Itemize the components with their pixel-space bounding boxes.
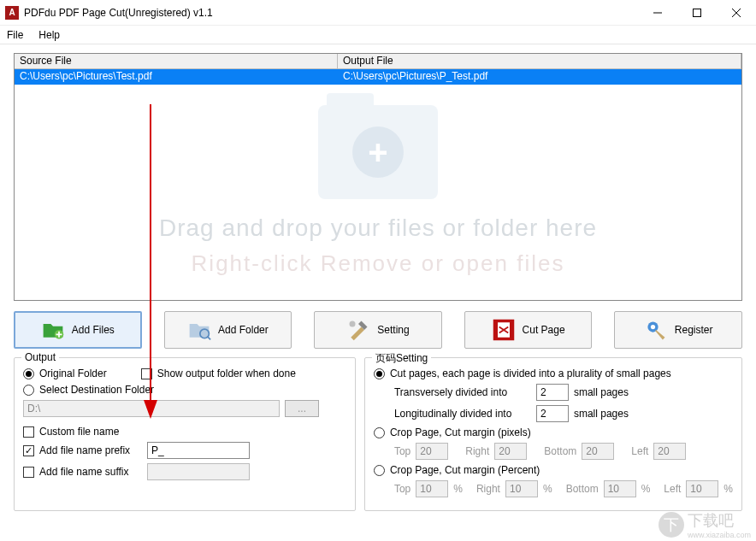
custom-name-checkbox[interactable]: [23, 426, 34, 438]
prefix-checkbox[interactable]: [23, 445, 34, 456]
add-files-icon: [41, 318, 65, 342]
cut-page-label: Cut Page: [523, 324, 565, 336]
suffix-input[interactable]: [147, 463, 250, 480]
px-left-label: Left: [631, 445, 648, 457]
menu-help[interactable]: Help: [38, 29, 60, 41]
col-source[interactable]: Source File: [15, 54, 338, 68]
small-pages-label-1: small pages: [574, 386, 629, 398]
watermark: 下 下载吧 www.xiazaiba.com: [659, 510, 751, 539]
file-row[interactable]: C:\Users\pc\Pictures\Test.pdf C:\Users\p…: [15, 69, 741, 85]
show-output-checkbox[interactable]: [141, 368, 152, 379]
cell-output: C:\Users\pc\Pictures\P_Test.pdf: [338, 69, 741, 85]
pc-top-label: Top: [394, 483, 410, 495]
add-folder-icon: [187, 318, 211, 342]
original-folder-radio[interactable]: [23, 368, 34, 379]
show-output-label: Show output folder when done: [157, 368, 296, 379]
minimize-button[interactable]: [638, 0, 677, 26]
pc-top-input[interactable]: [416, 480, 448, 497]
toolbar: Add Files Add Folder Setting Cut Page Re…: [14, 311, 742, 349]
watermark-sub: www.xiazaiba.com: [688, 531, 751, 539]
px-left-input[interactable]: [653, 443, 686, 460]
cut-pages-label: Cut pages, each page is divided into a p…: [390, 368, 671, 379]
setting-label: Setting: [377, 324, 409, 336]
pc-left-label: Left: [664, 483, 681, 495]
pct-1: %: [453, 483, 463, 495]
original-folder-label: Original Folder: [39, 368, 107, 379]
custom-name-label: Custom file name: [39, 426, 119, 438]
register-label: Register: [675, 324, 713, 336]
svg-point-7: [350, 321, 356, 327]
window-title: PDFdu PDF Page Cut(Unregistered) v1.1: [24, 7, 638, 19]
suffix-checkbox[interactable]: [23, 467, 34, 478]
svg-point-10: [651, 325, 655, 329]
px-right-input[interactable]: [494, 443, 527, 460]
small-pages-label-2: small pages: [574, 408, 629, 420]
output-group: Output Original Folder Show output folde…: [14, 357, 356, 511]
menu-file[interactable]: File: [7, 29, 23, 41]
page-legend: 页码Setting: [372, 351, 431, 366]
output-legend: Output: [21, 351, 59, 363]
drop-line2: Right-click Remove or open files: [15, 250, 741, 277]
prefix-input[interactable]: [147, 442, 250, 459]
cut-page-button[interactable]: Cut Page: [464, 311, 593, 349]
crop-percent-radio[interactable]: [374, 465, 385, 476]
transverse-input[interactable]: [536, 384, 569, 401]
cut-pages-radio[interactable]: [374, 368, 385, 379]
close-button[interactable]: [717, 0, 756, 26]
transverse-label: Transversely divided into: [394, 386, 531, 398]
pc-bottom-label: Bottom: [566, 483, 599, 495]
setting-icon: [346, 318, 370, 342]
add-folder-label: Add Folder: [218, 324, 269, 336]
pc-bottom-input[interactable]: [604, 480, 636, 497]
px-bottom-input[interactable]: [582, 443, 614, 460]
watermark-text: 下载吧: [688, 510, 751, 531]
add-files-button[interactable]: Add Files: [14, 311, 142, 349]
register-icon: [644, 318, 668, 342]
folder-plus-icon: +: [318, 105, 438, 199]
col-output[interactable]: Output File: [338, 54, 741, 68]
pct-4: %: [724, 483, 733, 495]
app-icon: A: [5, 6, 19, 20]
pc-right-input[interactable]: [505, 480, 538, 497]
px-top-input[interactable]: [416, 443, 448, 460]
file-list-header: Source File Output File: [15, 54, 741, 69]
menubar: File Help: [0, 26, 756, 44]
add-files-label: Add Files: [72, 324, 115, 336]
longitudinal-input[interactable]: [536, 405, 569, 422]
crop-pixels-label: Crop Page, Cut margin (pixels): [390, 426, 531, 438]
file-list[interactable]: Source File Output File C:\Users\pc\Pict…: [14, 53, 742, 301]
cut-page-icon: [492, 318, 516, 342]
dest-path-input[interactable]: [23, 400, 280, 417]
drop-hint: + Drag and drop your files or folder her…: [15, 105, 741, 277]
add-folder-button[interactable]: Add Folder: [164, 311, 292, 349]
pc-left-input[interactable]: [686, 480, 718, 497]
svg-rect-1: [694, 9, 701, 16]
maximize-button[interactable]: [677, 0, 717, 26]
titlebar: A PDFdu PDF Page Cut(Unregistered) v1.1: [0, 0, 756, 26]
crop-percent-label: Crop Page, Cut margin (Percent): [390, 464, 540, 476]
svg-line-6: [208, 337, 211, 340]
px-right-label: Right: [465, 445, 489, 457]
setting-button[interactable]: Setting: [314, 311, 442, 349]
page-setting-group: 页码Setting Cut pages, each page is divide…: [364, 357, 742, 511]
pc-right-label: Right: [476, 483, 500, 495]
pct-3: %: [641, 483, 651, 495]
longitudinal-label: Longitudinally divided into: [394, 408, 531, 420]
crop-pixels-radio[interactable]: [374, 427, 385, 438]
browse-button[interactable]: ...: [285, 400, 319, 417]
watermark-icon: 下: [659, 512, 684, 538]
drop-line1: Drag and drop your files or folder here: [15, 215, 741, 242]
register-button[interactable]: Register: [614, 311, 742, 349]
pct-2: %: [543, 483, 552, 495]
select-dest-radio[interactable]: [23, 385, 34, 396]
px-bottom-label: Bottom: [544, 445, 576, 457]
cell-source: C:\Users\pc\Pictures\Test.pdf: [15, 69, 338, 85]
px-top-label: Top: [394, 445, 410, 457]
prefix-label: Add file name prefix: [39, 444, 142, 456]
suffix-label: Add file name suffix: [39, 466, 142, 478]
select-dest-label: Select Destination Folder: [39, 384, 154, 396]
